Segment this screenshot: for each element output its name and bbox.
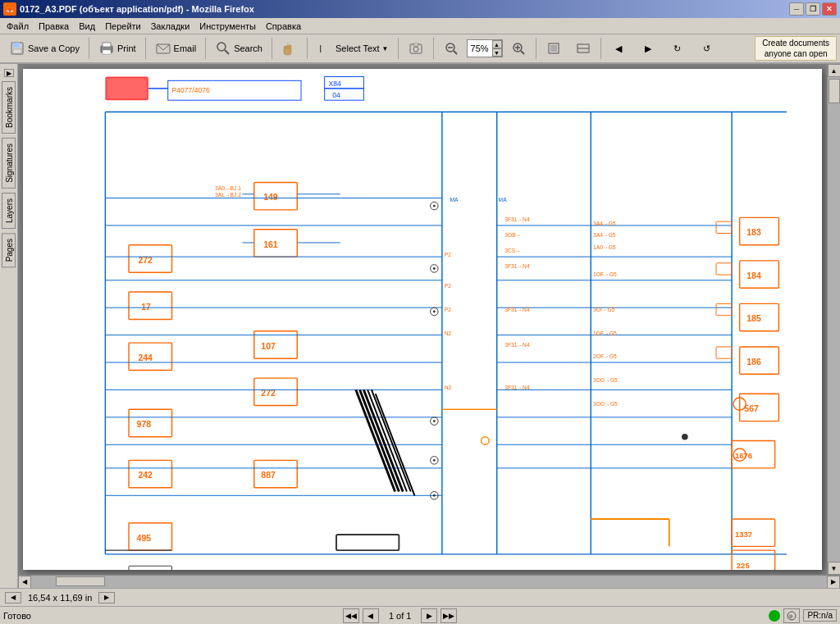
next-page-button[interactable]: ▶ <box>421 608 437 623</box>
svg-text:P2: P2 <box>445 307 451 312</box>
title-bar: 🦊 0172_A3.PDF (объект application/pdf) -… <box>0 0 840 18</box>
sidebar-tab-signatures[interactable]: Signatures <box>2 138 16 189</box>
scroll-indicator: PR:n/a <box>803 609 837 622</box>
rotate-cw-button[interactable]: ↻ <box>664 37 692 60</box>
menu-help[interactable]: Справка <box>261 20 306 32</box>
svg-point-128 <box>433 459 436 462</box>
vertical-scrollbar[interactable]: ▲ ▼ <box>827 64 840 575</box>
status-indicator <box>769 610 780 622</box>
svg-text:MA: MA <box>499 197 508 203</box>
svg-text:3OO→G5: 3OO→G5 <box>593 401 618 407</box>
sep5 <box>307 38 308 59</box>
svg-rect-5 <box>103 50 111 54</box>
last-page-button[interactable]: ▶▶ <box>441 608 457 623</box>
svg-text:244: 244 <box>138 353 153 362</box>
menu-tools[interactable]: Инструменты <box>194 20 261 32</box>
snapshot-button[interactable] <box>402 37 430 60</box>
save-copy-button[interactable]: Save a Copy <box>3 37 85 60</box>
fit-width-button[interactable] <box>569 37 597 60</box>
zoom-in-icon <box>510 40 527 57</box>
sidebar-tab-bookmarks[interactable]: Bookmarks <box>2 81 16 134</box>
fit-page-button[interactable] <box>540 37 568 60</box>
scroll-thumb-v[interactable] <box>829 79 840 103</box>
prev-page-button[interactable]: ◀ <box>363 608 379 623</box>
page-nav-right[interactable]: ▶ <box>98 592 115 604</box>
svg-text:P4077/4076: P4077/4076 <box>172 86 211 94</box>
scroll-thumb-h[interactable] <box>56 576 105 586</box>
menu-view[interactable]: Вид <box>74 20 100 32</box>
horizontal-scrollbar[interactable]: ◀ ▶ <box>18 575 840 588</box>
app-icon: 🦊 <box>3 2 16 16</box>
minimize-button[interactable]: ─ <box>789 2 804 16</box>
sep3 <box>205 38 206 59</box>
svg-rect-26 <box>107 78 147 98</box>
sep8 <box>536 38 536 59</box>
restore-button[interactable]: ❐ <box>806 2 820 16</box>
sidebar-tab-layers[interactable]: Layers <box>2 193 16 229</box>
svg-text:3AL→BJ.2: 3AL→BJ.2 <box>215 192 241 198</box>
select-text-button[interactable]: I Select Text ▼ <box>311 37 395 60</box>
svg-text:MA: MA <box>450 197 459 203</box>
rotate-icon: ↻ <box>669 40 686 57</box>
email-button[interactable]: Email <box>149 37 203 60</box>
pdf-content: P4077/4076 X84 04 <box>18 64 827 575</box>
expand-sidebar-button[interactable]: ▶ <box>4 69 14 77</box>
go-forward-button[interactable]: ▶ <box>634 37 662 60</box>
svg-text:3OB→: 3OB→ <box>504 232 521 238</box>
scroll-right-button[interactable]: ▶ <box>827 576 840 589</box>
rotate-ccw-button[interactable]: ↺ <box>693 37 721 60</box>
svg-point-124 <box>433 311 436 313</box>
select-dropdown-arrow[interactable]: ▼ <box>382 45 389 52</box>
print-button[interactable]: Print <box>93 37 142 60</box>
svg-text:185: 185 <box>746 313 761 323</box>
svg-text:3A4→G5: 3A4→G5 <box>593 232 616 238</box>
zoom-up-arrow[interactable]: ▲ <box>492 40 502 48</box>
zoom-value-box[interactable]: 75% ▲ ▼ <box>467 39 503 57</box>
svg-text:3CS→: 3CS→ <box>504 248 521 253</box>
svg-rect-2 <box>13 49 21 53</box>
scroll-left-button[interactable]: ◀ <box>18 576 31 589</box>
close-button[interactable]: ✕ <box>822 2 837 16</box>
sep9 <box>600 38 601 59</box>
scroll-track-v[interactable] <box>828 77 840 562</box>
search-button[interactable]: Search <box>209 37 268 60</box>
menu-edit[interactable]: Правка <box>34 20 74 32</box>
svg-text:3OI→G5: 3OI→G5 <box>593 307 615 312</box>
svg-text:3A0→BJ.1: 3A0→BJ.1 <box>215 185 241 191</box>
svg-text:107: 107 <box>261 341 276 351</box>
window-title: 0172_A3.PDF (объект application/pdf) - M… <box>20 4 254 14</box>
svg-text:2OF→G5: 2OF→G5 <box>593 353 617 359</box>
scroll-track-h[interactable] <box>31 576 827 588</box>
svg-point-130 <box>433 494 436 497</box>
svg-text:1337: 1337 <box>735 530 752 539</box>
svg-text:P2: P2 <box>445 283 451 289</box>
zoom-in-button[interactable] <box>504 37 532 60</box>
sep2 <box>145 38 146 59</box>
scroll-up-button[interactable]: ▲ <box>828 64 841 77</box>
go-back-button[interactable]: ◀ <box>605 37 632 60</box>
select-text-label: Select Text <box>336 43 380 53</box>
menu-navigate[interactable]: Перейти <box>100 20 146 32</box>
zoom-out-button[interactable] <box>437 37 465 60</box>
sidebar-tab-pages[interactable]: Pages <box>2 233 16 267</box>
first-page-button[interactable]: ◀◀ <box>343 608 359 623</box>
svg-point-7 <box>217 43 226 51</box>
hand-tool-button[interactable] <box>276 37 304 60</box>
status-bar: ◀ 16,54 x 11,69 in ▶ <box>0 588 840 606</box>
bottom-nav-bar: Готово ◀◀ ◀ 1 of 1 ▶ ▶▶ ⊕ PR:n/a <box>0 606 840 624</box>
svg-rect-12 <box>413 43 418 46</box>
svg-text:P2: P2 <box>445 252 451 257</box>
scroll-down-button[interactable]: ▼ <box>828 562 841 575</box>
wiring-diagram: P4077/4076 X84 04 <box>23 69 822 570</box>
page-nav-left[interactable]: ◀ <box>5 592 21 604</box>
menu-file[interactable]: Файл <box>2 20 34 32</box>
print-icon <box>98 40 115 57</box>
zoom-down-arrow[interactable]: ▼ <box>492 48 502 57</box>
svg-text:183: 183 <box>746 227 761 237</box>
save-label: Save a Copy <box>28 43 80 53</box>
menu-bookmarks[interactable]: Закладки <box>146 20 195 32</box>
page-info: 1 of 1 <box>389 611 412 621</box>
svg-text:I: I <box>319 43 322 55</box>
svg-text:N2: N2 <box>445 385 452 390</box>
zoom-out-icon <box>443 40 459 57</box>
